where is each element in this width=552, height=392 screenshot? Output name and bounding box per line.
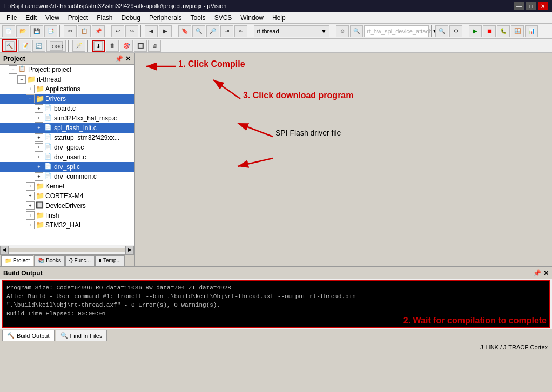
expand-drv-gpio[interactable]: + — [35, 143, 43, 152]
tree-item-drv-spi[interactable]: + 📄 drv_spi.c — [0, 162, 134, 172]
target-dropdown-arrow[interactable]: ▼ — [321, 28, 327, 35]
flash-erase-button[interactable]: 🗑 — [106, 40, 119, 52]
translate-button[interactable]: 📝 — [18, 40, 31, 52]
tree-item-finsh[interactable]: + 📁 finsh — [0, 211, 134, 220]
tree-item-applications[interactable]: + 📁 Applications — [0, 84, 134, 94]
maximize-button[interactable]: □ — [526, 2, 536, 10]
bookmark-button[interactable]: 🔖 — [178, 25, 191, 37]
copy-button[interactable]: 📋 — [78, 25, 91, 37]
cut-button[interactable]: ✂ — [64, 25, 77, 37]
menu-peripherals[interactable]: Peripherals — [145, 13, 186, 23]
build-output-close[interactable]: ✕ — [543, 269, 549, 277]
expand-project-root[interactable]: − — [9, 65, 17, 74]
find-button[interactable]: 🔍 — [192, 25, 205, 37]
close-icon[interactable]: ✕ — [125, 55, 131, 63]
expand-rt-thread[interactable]: − — [17, 75, 26, 84]
menu-window[interactable]: Window — [236, 13, 268, 23]
scroll-left-button[interactable]: ◀ — [0, 246, 9, 254]
menu-project[interactable]: Project — [64, 13, 92, 23]
expand-drv-usart[interactable]: + — [35, 153, 43, 161]
search-input[interactable]: rt_hw_spi_device_attach ▼ — [364, 25, 429, 37]
tree-item-cortex-m4[interactable]: + 📁 CORTEX-M4 — [0, 191, 134, 201]
panel-tab-project[interactable]: 📁 Project — [1, 255, 33, 266]
expand-finsh[interactable]: + — [26, 211, 35, 220]
rebuild-button[interactable]: 🔄 — [32, 40, 45, 52]
menu-help[interactable]: Help — [268, 13, 290, 23]
new-file-button[interactable]: 📄 — [2, 25, 15, 37]
tree-item-drv-gpio[interactable]: + 📄 drv_gpio.c — [0, 143, 134, 152]
window-controls[interactable]: — □ ✕ — [514, 2, 548, 10]
panel-tab-func[interactable]: {} Func... — [65, 255, 95, 266]
expand-spi-flash-init[interactable]: + — [35, 124, 43, 132]
undo-button[interactable]: ↩ — [111, 25, 124, 37]
panel-tab-books[interactable]: 📚 Books — [34, 255, 65, 266]
expand-board-c[interactable]: + — [35, 104, 43, 113]
find-files-button[interactable]: 🔎 — [206, 25, 219, 37]
tree-item-drivers[interactable]: − 📁 Drivers — [0, 94, 134, 104]
expand-stm32-hal[interactable]: + — [26, 221, 35, 229]
menu-view[interactable]: View — [41, 13, 64, 23]
menu-edit[interactable]: Edit — [21, 13, 41, 23]
nav-fwd-button[interactable]: ▶ — [159, 25, 172, 37]
tab-find-in-files[interactable]: 🔍 Find In Files — [56, 330, 107, 341]
multi-cpu-button[interactable]: 🖥 — [148, 40, 161, 52]
paste-button[interactable]: 📌 — [92, 25, 105, 37]
menu-debug[interactable]: Debug — [117, 13, 145, 23]
tree-item-drv-usart[interactable]: + 📄 drv_usart.c — [0, 152, 134, 162]
save-button[interactable]: 💾 — [30, 25, 43, 37]
tree-item-board-c[interactable]: + 📄 board.c — [0, 104, 134, 113]
project-hscrollbar[interactable]: ◀ ▶ — [0, 245, 134, 254]
tree-item-spi-flash-init[interactable]: + 📄 spi_flash_init.c — [0, 123, 134, 133]
expand-stm32f4xx-hal-msp[interactable]: + — [35, 114, 43, 123]
redo-button[interactable]: ↪ — [125, 25, 138, 37]
expand-drv-spi[interactable]: + — [35, 163, 43, 171]
tree-item-device-drivers[interactable]: + 🔲 DeviceDrivers — [0, 201, 134, 211]
tree-item-stm32f4xx-hal-msp[interactable]: + 📄 stm32f4xx_hal_msp.c — [0, 113, 134, 123]
close-button[interactable]: ✕ — [538, 2, 548, 10]
window-btn[interactable]: 🪟 — [511, 25, 524, 37]
stop-button[interactable]: ⏹ — [483, 25, 496, 37]
debug-button[interactable]: 🐛 — [497, 25, 510, 37]
tree-item-stm32-hal[interactable]: + 📁 STM32_HAL — [0, 220, 134, 230]
perf-button[interactable]: 📊 — [525, 25, 538, 37]
expand-device-drivers[interactable]: + — [26, 201, 35, 210]
target-input-box[interactable]: rt-thread ▼ — [254, 25, 329, 37]
tree-item-kernel[interactable]: + 📁 Kernel — [0, 181, 134, 191]
magnify-button[interactable]: 🔍 — [435, 25, 448, 37]
unindent-button[interactable]: ⇤ — [234, 25, 247, 37]
menu-tools[interactable]: Tools — [186, 13, 210, 23]
tab-build-output[interactable]: 🔨 Build Output — [2, 330, 55, 341]
build-config-button[interactable]: ⚙ — [336, 25, 349, 37]
scroll-right-button[interactable]: ▶ — [125, 246, 134, 254]
save-all-button[interactable]: 📑 — [44, 25, 57, 37]
menu-svcs[interactable]: SVCS — [210, 13, 237, 23]
build-output-pin[interactable]: 📌 — [533, 269, 541, 277]
build-output-content[interactable]: Program Size: Code=64996 RO-data=11036 R… — [2, 280, 550, 328]
expand-startup-stm32[interactable]: + — [35, 133, 43, 142]
compile-icon[interactable]: 🔨 — [2, 39, 17, 52]
nav-back-button[interactable]: ◀ — [145, 25, 158, 37]
search-box-button[interactable]: 🔍 — [350, 25, 363, 37]
tree-item-startup-stm32[interactable]: + 📄 startup_stm32f429xx... — [0, 133, 134, 143]
batch-build-button[interactable]: LOGO — [46, 40, 66, 52]
tree-item-drv-common[interactable]: + 📄 drv_common.c — [0, 172, 134, 181]
flash-download-button[interactable]: ⬇ — [92, 40, 105, 52]
target-options-button[interactable]: 🎯 — [120, 40, 133, 52]
project-tree[interactable]: − 📋 Project: project − 📁 rt-thread + 📁 A… — [0, 65, 134, 245]
component-button[interactable]: 🔲 — [134, 40, 147, 52]
expand-drv-common[interactable]: + — [35, 172, 43, 181]
minimize-button[interactable]: — — [514, 2, 524, 10]
pin-icon[interactable]: 📌 — [115, 55, 123, 63]
expand-kernel[interactable]: + — [26, 182, 35, 191]
tree-item-rt-thread[interactable]: − 📁 rt-thread — [0, 75, 134, 84]
tree-item-project-root[interactable]: − 📋 Project: project — [0, 65, 134, 75]
wand-button[interactable]: 🪄 — [72, 40, 85, 52]
menu-file[interactable]: File — [2, 13, 21, 23]
expand-cortex-m4[interactable]: + — [26, 192, 35, 200]
open-button[interactable]: 📂 — [16, 25, 29, 37]
expand-drivers[interactable]: − — [26, 94, 35, 103]
panel-tab-temp[interactable]: Ⅱ Temp... — [95, 255, 125, 266]
menu-flash[interactable]: Flash — [92, 13, 117, 23]
expand-applications[interactable]: + — [26, 85, 35, 93]
config-button[interactable]: ⚙ — [449, 25, 462, 37]
